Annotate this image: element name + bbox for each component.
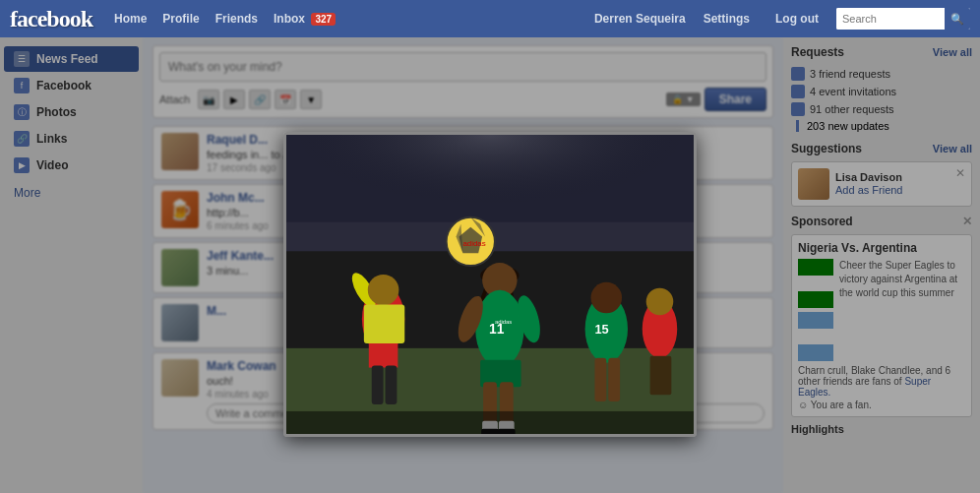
svg-rect-7 [372,365,384,403]
soccer-image: adidas 11 [286,135,694,436]
inbox-badge: 327 [311,13,336,26]
search-input[interactable] [836,8,945,30]
svg-rect-43 [286,410,694,435]
search-button[interactable]: 🔍 [945,8,970,30]
nav-username[interactable]: Derren Sequeira [594,12,686,26]
main-layout: ☰ News Feed f Facebook ⓘ Photos 🔗 Links … [0,37,980,493]
svg-point-41 [646,287,674,315]
search-box[interactable]: 🔍 [836,8,970,30]
modal-image-box[interactable]: adidas 11 [283,132,697,437]
svg-rect-44 [286,135,694,280]
svg-rect-42 [650,355,672,394]
svg-text:adidas: adidas [495,319,512,325]
svg-rect-38 [594,357,606,401]
nav-logout[interactable]: Log out [775,12,819,26]
nav-profile[interactable]: Profile [162,12,199,26]
nav-settings[interactable]: Settings [704,12,750,26]
svg-rect-39 [608,357,620,401]
nav-right: Derren Sequeira Settings Log out 🔍 [594,8,970,30]
nav-friends[interactable]: Friends [215,12,258,26]
svg-rect-6 [369,342,398,367]
facebook-logo: facebook [10,6,92,32]
modal-container: adidas 11 [0,75,980,493]
svg-rect-8 [386,365,398,403]
svg-rect-10 [364,304,404,342]
svg-text:15: 15 [594,322,608,337]
nav-inbox[interactable]: Inbox 327 [274,12,336,26]
nav-home[interactable]: Home [114,12,147,26]
top-navigation: facebook Home Profile Friends Inbox 327 … [0,0,980,37]
svg-point-37 [591,281,623,313]
